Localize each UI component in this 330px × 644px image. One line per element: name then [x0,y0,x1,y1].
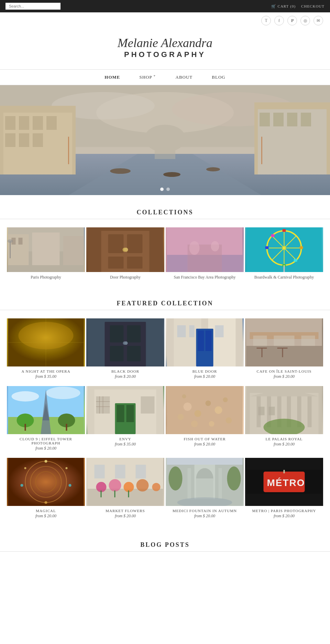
nav-home[interactable]: HOME [95,70,130,85]
svg-point-52 [189,241,200,255]
svg-rect-168 [128,490,129,497]
svg-rect-9 [5,116,15,130]
email-icon[interactable]: ✉ [314,16,323,25]
svg-rect-175 [196,478,213,499]
product-blackdoor-name: BLACK DOOR [86,369,164,373]
svg-rect-19 [273,113,284,126]
svg-rect-38 [10,241,11,258]
hero-dot-2[interactable] [166,188,170,191]
product-blackdoor[interactable]: BLACK DOOR from $ 20.00 [86,318,164,385]
svg-point-47 [124,248,128,252]
svg-rect-98 [253,336,267,346]
product-metro[interactable]: MÉTRO METRO | Paris Photography from $ 2… [245,458,323,524]
site-header: Melanie Alexandra PHOTOGRAPHY [0,25,330,63]
svg-text:5: 5 [305,325,308,332]
blog-title: BLOG POSTS [0,541,330,549]
svg-rect-86 [206,330,212,351]
blog-posts-section [0,560,330,594]
svg-rect-76 [127,325,141,342]
nav-blog[interactable]: BLOG [202,70,235,85]
svg-rect-100 [301,336,315,346]
product-magical[interactable]: MAGICAL from $ 20.00 [7,458,85,524]
collection-sf-label: San Francisco Bay Area Photography [166,275,244,283]
product-magical-name: MAGICAL [7,509,85,513]
product-palais[interactable]: LE PALAIS ROYAL from $ 20.00 [245,386,323,456]
svg-rect-166 [101,490,102,497]
svg-rect-20 [287,113,297,126]
svg-rect-124 [167,386,243,434]
product-bluedoor[interactable]: BLUE DOOR from $ 20.00 [166,318,244,385]
product-envy-image [86,386,164,434]
product-opera[interactable]: A NIGHT AT THE OPERA from $ 35.00 [7,318,85,385]
product-cafe-price: from $ 20.00 [245,374,323,379]
svg-rect-89 [215,325,224,337]
svg-rect-116 [117,405,124,422]
product-opera-price: from $ 35.00 [7,374,85,379]
svg-rect-92 [246,346,322,366]
product-fishwater-price: from $ 20.00 [166,442,244,447]
social-icons-bar: 𝕋 f 𝐏 ◎ ✉ [0,12,330,25]
svg-rect-78 [127,346,141,361]
svg-rect-42 [108,234,124,253]
nav-about[interactable]: ABOUT [166,70,202,85]
svg-rect-64 [300,246,303,249]
product-eiffel[interactable]: CLOUD 9 | Eiffel Tower Photograph from $… [7,386,85,456]
cart-link[interactable]: 🛒 CART (0) [271,4,296,9]
svg-point-179 [227,466,241,490]
svg-rect-87 [177,325,186,337]
product-envy-name: ENVY [86,437,164,441]
product-envy-price: from $ 35.00 [86,442,164,447]
product-marketflowers[interactable]: MARKET FLOWERS from $ 20.00 [86,458,164,524]
twitter-icon[interactable]: 𝕋 [261,16,271,25]
svg-rect-99 [274,336,295,346]
nav-shop[interactable]: SHOP ˅ [130,70,166,85]
svg-point-157 [45,501,47,504]
svg-rect-171 [136,465,146,478]
svg-rect-170 [115,465,125,478]
collection-boardwalk[interactable]: Boardwalk & Carnival Photography [245,227,323,283]
product-bluedoor-price: from $ 20.00 [166,374,244,379]
product-medici[interactable]: MEDICI FOUNTAIN IN AUTUMN from $ 20.00 [166,458,244,524]
collection-door[interactable]: Door Photography [86,227,164,283]
hero-dot-1[interactable] [160,188,164,191]
search-input[interactable] [6,3,60,10]
product-opera-image [7,318,85,366]
svg-rect-177 [219,468,222,499]
product-cafe[interactable]: 5 CAFE ON ÎLE SAINT-LOUIS from $ 20.00 [245,318,323,385]
svg-rect-18 [260,113,270,126]
product-cafe-image: 5 [245,318,323,366]
svg-rect-28 [68,137,69,164]
svg-rect-66 [294,259,297,262]
instagram-icon[interactable]: ◎ [300,16,310,25]
svg-rect-43 [127,234,143,253]
site-script-name: Melanie Alexandra [7,36,323,50]
collection-paris[interactable]: Paris Photography [7,227,85,283]
svg-rect-148 [8,458,84,506]
product-metro-name: METRO | Paris Photography [245,509,323,513]
svg-point-162 [109,479,121,492]
svg-rect-11 [33,116,43,130]
product-marketflowers-name: MARKET FLOWERS [86,509,164,513]
product-fishwater[interactable]: FISH OUT OF WATER from $ 20.00 [166,386,244,456]
svg-rect-45 [127,257,143,269]
svg-point-153 [66,467,68,469]
collection-sf[interactable]: San Francisco Bay Area Photography [166,227,244,283]
product-palais-name: LE PALAIS ROYAL [245,437,323,441]
svg-point-126 [195,410,201,417]
hero-banner [0,85,330,195]
svg-point-105 [46,387,80,399]
checkout-link[interactable]: CHECKOUT [301,4,324,8]
facebook-icon[interactable]: f [274,16,284,25]
pinterest-icon[interactable]: 𝐏 [287,16,297,25]
top-bar: 🛒 CART (0) CHECKOUT [0,0,330,12]
main-nav: HOME SHOP ˅ ABOUT BLOG [0,69,330,85]
cart-label: CART [278,4,289,8]
product-palais-price: from $ 20.00 [245,442,323,447]
svg-rect-44 [108,257,124,269]
collection-boardwalk-label: Boardwalk & Carnival Photography [245,275,323,283]
product-envy[interactable]: ENVY from $ 35.00 [86,386,164,456]
svg-point-39 [8,239,13,243]
svg-rect-96 [277,348,288,349]
collection-sf-image [166,227,244,272]
svg-rect-10 [19,116,29,130]
